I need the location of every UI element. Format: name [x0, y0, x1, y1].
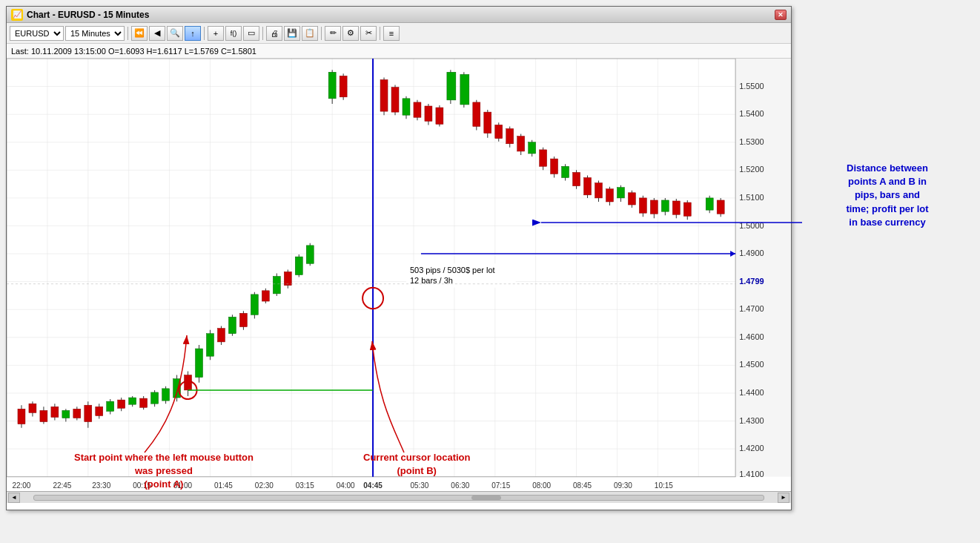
svg-rect-68: [107, 401, 114, 411]
title-bar: 📈 Chart - EURUSD - 15 Minutes ✕: [7, 7, 791, 23]
svg-rect-118: [403, 99, 410, 115]
chart-area[interactable]: 1.5500 1.5400 1.5300 1.5200 1.5100 1.500…: [7, 59, 791, 491]
svg-text:1.5200: 1.5200: [739, 165, 764, 174]
svg-rect-170: [706, 198, 713, 210]
svg-rect-116: [391, 88, 399, 113]
svg-text:22:45: 22:45: [53, 481, 71, 490]
distance-annotation: Distance between points A and B inpips, …: [802, 162, 973, 229]
svg-rect-1: [735, 59, 791, 477]
toolbar-draw[interactable]: ✏: [325, 26, 341, 41]
svg-text:1.5500: 1.5500: [739, 82, 764, 90]
svg-text:1.4100: 1.4100: [739, 470, 764, 478]
svg-rect-156: [617, 188, 624, 198]
ohlc-info: Last: 10.11.2009 13:15:00 O=1.6093 H=1.6…: [11, 47, 256, 56]
svg-rect-101: [284, 272, 291, 285]
svg-text:1.5400: 1.5400: [739, 109, 764, 118]
svg-rect-66: [96, 407, 103, 415]
svg-text:1.4300: 1.4300: [739, 416, 764, 425]
svg-rect-99: [273, 277, 280, 294]
scroll-left[interactable]: ◄: [8, 493, 20, 503]
svg-rect-148: [573, 172, 580, 185]
toolbar-print[interactable]: 🖨: [266, 26, 282, 41]
svg-text:1.4400: 1.4400: [739, 388, 764, 397]
status-bar: Last: 10.11.2009 13:15:00 O=1.6093 H=1.6…: [7, 44, 791, 59]
svg-rect-162: [650, 200, 658, 214]
svg-rect-74: [140, 398, 148, 407]
close-button[interactable]: ✕: [775, 10, 787, 20]
svg-rect-62: [73, 409, 81, 418]
svg-text:02:30: 02:30: [255, 481, 274, 490]
svg-text:503 pips / 5030$ per lot: 503 pips / 5030$ per lot: [410, 266, 495, 274]
svg-rect-168: [683, 203, 691, 216]
svg-text:1.4200: 1.4200: [739, 444, 764, 452]
svg-text:04:00: 04:00: [337, 481, 355, 490]
horizontal-scrollbar[interactable]: ◄ ►: [7, 491, 791, 503]
svg-rect-138: [517, 136, 525, 151]
point-a-annotation: Start point where the left mouse buttonw…: [74, 451, 254, 492]
symbol-select[interactable]: EURUSD: [10, 26, 64, 41]
toolbar-objects[interactable]: ▭: [243, 26, 259, 41]
svg-rect-154: [606, 189, 613, 202]
toolbar-scissors[interactable]: ✂: [360, 26, 377, 41]
svg-rect-95: [251, 294, 258, 315]
scroll-track[interactable]: [33, 495, 764, 501]
toolbar-tools[interactable]: ⚙: [342, 26, 359, 41]
point-b-text: Current cursor location(point B): [363, 452, 470, 476]
toolbar-copy[interactable]: 📋: [302, 26, 318, 41]
svg-text:1.5300: 1.5300: [739, 137, 764, 146]
toolbar-save[interactable]: 💾: [284, 26, 300, 41]
svg-rect-72: [129, 398, 136, 404]
svg-rect-54: [29, 404, 36, 412]
svg-text:08:45: 08:45: [573, 481, 592, 490]
toolbar-zoom[interactable]: 🔍: [167, 26, 183, 41]
toolbar-crosshair[interactable]: +: [208, 26, 224, 41]
distance-title: Distance between: [847, 162, 928, 174]
svg-rect-105: [306, 246, 314, 263]
toolbar-back[interactable]: ◀: [149, 26, 165, 41]
svg-rect-64: [85, 405, 92, 421]
svg-rect-164: [661, 200, 669, 211]
svg-rect-150: [584, 177, 592, 194]
svg-text:1.5000: 1.5000: [739, 220, 764, 229]
svg-rect-103: [295, 257, 302, 274]
svg-rect-60: [62, 410, 70, 418]
toolbar-indicator[interactable]: f(): [225, 26, 242, 41]
scroll-right[interactable]: ►: [778, 493, 789, 503]
title-bar-left: 📈 Chart - EURUSD - 15 Minutes: [11, 9, 149, 21]
toolbar-separator-4: [321, 27, 322, 40]
timeframe-select[interactable]: 15 Minutes: [65, 26, 125, 41]
svg-rect-76: [151, 392, 159, 404]
svg-rect-56: [40, 410, 47, 421]
svg-rect-70: [118, 400, 125, 408]
svg-rect-130: [473, 102, 480, 127]
toolbar-up[interactable]: ↑: [185, 26, 201, 41]
svg-text:03:15: 03:15: [296, 481, 314, 490]
svg-text:1.4600: 1.4600: [739, 332, 764, 341]
svg-text:1.4799: 1.4799: [739, 277, 764, 286]
svg-rect-120: [414, 102, 421, 117]
toolbar-back-fast[interactable]: ⏪: [131, 26, 148, 41]
svg-text:04:45: 04:45: [363, 481, 383, 490]
svg-text:07:15: 07:15: [491, 481, 510, 490]
svg-rect-126: [447, 72, 456, 100]
toolbar-more[interactable]: ≡: [383, 26, 400, 41]
svg-rect-114: [380, 79, 388, 111]
svg-text:1.4700: 1.4700: [739, 304, 764, 313]
svg-text:1.5100: 1.5100: [739, 193, 764, 202]
svg-text:06:30: 06:30: [451, 481, 469, 490]
svg-rect-160: [639, 198, 646, 213]
svg-text:10:15: 10:15: [655, 481, 673, 490]
chart-window: 📈 Chart - EURUSD - 15 Minutes ✕ EURUSD 1…: [6, 6, 792, 510]
toolbar-separator-1: [128, 27, 128, 40]
svg-rect-91: [228, 317, 236, 333]
svg-rect-158: [628, 193, 635, 205]
window-title: Chart - EURUSD - 15 Minutes: [27, 10, 149, 20]
svg-rect-136: [506, 128, 514, 143]
svg-rect-83: [185, 375, 192, 390]
svg-text:1.4900: 1.4900: [739, 249, 764, 257]
svg-rect-128: [460, 74, 469, 105]
svg-rect-142: [540, 150, 547, 166]
window-icon: 📈: [11, 9, 23, 21]
svg-text:09:30: 09:30: [614, 481, 632, 490]
scroll-thumb[interactable]: [471, 496, 501, 500]
